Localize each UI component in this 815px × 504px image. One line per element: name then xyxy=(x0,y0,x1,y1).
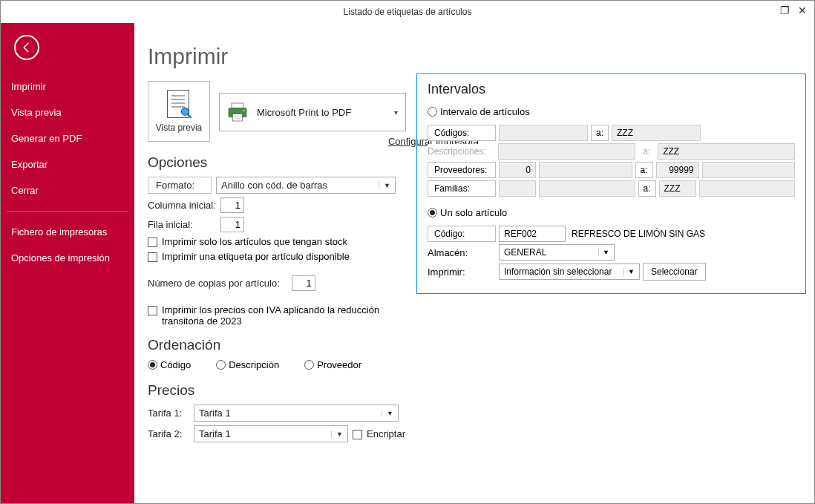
chk-encriptar[interactable] xyxy=(353,430,362,439)
desc-label: Descripciones: xyxy=(428,144,495,159)
chk-one-label[interactable] xyxy=(148,252,157,262)
main-content: Imprimir Vista previa xyxy=(134,23,814,503)
imprimir-label: Imprimir: xyxy=(428,266,496,278)
svg-rect-2 xyxy=(232,103,243,108)
radio-descripcion[interactable]: Descripción xyxy=(216,359,279,370)
sidebar-item-fichero-impresoras[interactable]: Fichero de impresoras xyxy=(1,219,134,245)
printer-icon xyxy=(226,100,249,124)
sidebar-item-generar-pdf[interactable]: Generar en PDF xyxy=(1,125,134,151)
intervalos-heading: Intervalos xyxy=(428,82,795,97)
codigos-label: Códigos: xyxy=(428,125,496,141)
chk-stock[interactable] xyxy=(148,238,157,247)
imprimir-select[interactable]: Información sin seleccionar▼ xyxy=(499,264,640,280)
back-button[interactable] xyxy=(14,35,39,60)
prov-label: Proveedores: xyxy=(428,162,496,178)
vista-previa-button[interactable]: Vista previa xyxy=(148,81,210,142)
svg-line-1 xyxy=(188,114,192,118)
window-title: Listado de etiquetas de artículos xyxy=(344,7,472,17)
desc-from-input[interactable] xyxy=(498,143,635,160)
sidebar-item-imprimir[interactable]: Imprimir xyxy=(1,73,134,99)
prov-to-input[interactable]: 99999 xyxy=(656,162,699,178)
col-inicial-input[interactable] xyxy=(220,197,244,213)
formato-select[interactable]: Anillo con cód. de barras▼ xyxy=(216,177,396,194)
sidebar-item-opciones-impresion[interactable]: Opciones de impresión xyxy=(1,245,134,271)
tarifa2-label: Tarifa 2: xyxy=(148,428,189,439)
fam-to-input[interactable]: ZZZ xyxy=(659,180,696,197)
tarifa1-label: Tarifa 1: xyxy=(148,408,189,419)
maximize-icon[interactable]: ❐ xyxy=(776,2,793,19)
codigos-from-input[interactable] xyxy=(499,125,588,141)
chk-iva[interactable] xyxy=(148,306,157,315)
codigo-input[interactable] xyxy=(499,226,566,242)
tarifa1-select[interactable]: Tarifa 1▼ xyxy=(194,405,399,422)
codigo-desc: REFRESCO DE LIMÓN SIN GAS xyxy=(572,229,705,239)
a-label-3: a: xyxy=(635,162,653,178)
prov-from-input[interactable]: 0 xyxy=(499,162,536,178)
page-title: Imprimir xyxy=(148,44,793,69)
radio-proveedor[interactable]: Proveedor xyxy=(304,359,361,370)
fila-inicial-label: Fila inicial: xyxy=(148,219,216,230)
formato-label: Formato: xyxy=(148,177,212,194)
svg-rect-4 xyxy=(232,114,242,121)
titlebar: Listado de etiquetas de artículos ❐ ✕ xyxy=(1,1,814,23)
document-preview-icon xyxy=(166,90,192,120)
fam-label: Familias: xyxy=(428,180,496,197)
almacen-label: Almacén: xyxy=(428,247,496,258)
copias-input[interactable] xyxy=(292,275,315,291)
svg-point-5 xyxy=(243,110,245,111)
codigos-to-input[interactable]: ZZZ xyxy=(612,125,701,141)
tarifa2-select[interactable]: Tarifa 1▼ xyxy=(194,425,348,442)
col-inicial-label: Columna inicial: xyxy=(148,200,216,211)
copias-label: Número de copias por artículo: xyxy=(148,278,280,289)
close-icon[interactable]: ✕ xyxy=(793,2,811,19)
intervalos-panel: Intervalos Intervalo de artículos Código… xyxy=(416,73,806,294)
seleccionar-button[interactable]: Seleccionar xyxy=(643,263,706,281)
a-label-2: a: xyxy=(638,144,655,159)
desc-to-input[interactable]: ZZZ xyxy=(658,143,795,160)
ordenacion-heading: Ordenación xyxy=(148,337,793,353)
precios-heading: Precios xyxy=(148,382,793,399)
codigo-label: Código: xyxy=(428,226,496,242)
vista-previa-label: Vista previa xyxy=(156,122,202,133)
fam-from-input[interactable] xyxy=(499,180,536,197)
sidebar-item-vista-previa[interactable]: Vista previa xyxy=(1,99,134,125)
radio-intervalo-articulos[interactable]: Intervalo de artículos xyxy=(428,106,530,117)
fila-inicial-input[interactable] xyxy=(220,217,244,232)
sidebar-item-cerrar[interactable]: Cerrar xyxy=(1,177,134,203)
radio-codigo[interactable]: Código xyxy=(148,359,191,370)
a-label: a: xyxy=(591,125,609,141)
almacen-select[interactable]: GENERAL▼ xyxy=(499,244,615,261)
a-label-4: a: xyxy=(638,180,656,197)
chevron-down-icon: ▾ xyxy=(394,108,398,117)
radio-un-solo-articulo[interactable]: Un solo artículo xyxy=(428,207,507,218)
printer-name: Microsoft Print to PDF xyxy=(257,107,351,118)
sidebar: Imprimir Vista previa Generar en PDF Exp… xyxy=(1,23,134,503)
printer-selector[interactable]: Microsoft Print to PDF ▾ xyxy=(219,93,406,131)
sidebar-item-exportar[interactable]: Exportar xyxy=(1,151,134,177)
